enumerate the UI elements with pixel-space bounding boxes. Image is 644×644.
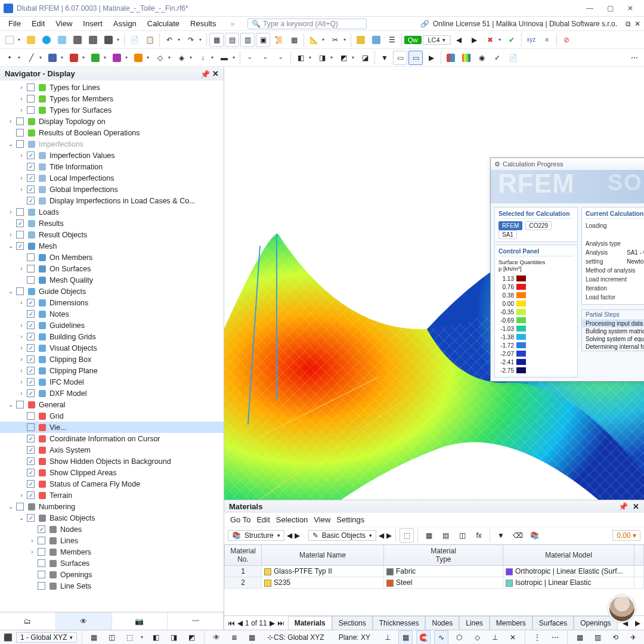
close-button[interactable]: ✕ bbox=[620, 0, 640, 17]
saveas-button[interactable] bbox=[86, 33, 100, 47]
loadcase-combo[interactable]: LC4 ▾ bbox=[423, 35, 451, 45]
chip-sa1[interactable]: SA1 bbox=[499, 230, 517, 239]
cube4-button[interactable]: ◪ bbox=[358, 51, 372, 65]
checkbox[interactable]: ✓ bbox=[27, 197, 35, 205]
cube2-button[interactable]: ◨ bbox=[315, 51, 329, 65]
filter-button[interactable]: ▼ bbox=[377, 51, 392, 65]
expand-icon[interactable]: ⌄ bbox=[7, 503, 14, 510]
expand-icon[interactable]: › bbox=[29, 549, 36, 555]
checkbox[interactable]: ✓ bbox=[27, 469, 35, 476]
sb-grid[interactable]: ▦ bbox=[245, 630, 259, 645]
sb-ortho[interactable]: ⊥ bbox=[380, 630, 395, 645]
minimize-button[interactable]: — bbox=[580, 0, 600, 17]
sb-int[interactable]: ✕ bbox=[506, 630, 520, 645]
checkbox[interactable] bbox=[38, 582, 45, 590]
tree-item[interactable]: ›✓Global Imperfections bbox=[0, 184, 224, 195]
checkbox[interactable] bbox=[16, 117, 24, 125]
tree-item[interactable]: ✓Axis System bbox=[0, 444, 224, 456]
avatar[interactable] bbox=[608, 595, 636, 623]
materials-tab[interactable]: Sections bbox=[332, 616, 373, 630]
mat-value-field[interactable]: 0,00 ▾ bbox=[612, 530, 640, 541]
sb-b[interactable]: ◫ bbox=[105, 630, 119, 645]
tree-item[interactable]: ⌄✓Mesh bbox=[0, 240, 224, 252]
tree-item[interactable]: ›Display Topology on bbox=[0, 116, 224, 127]
materials-tab[interactable]: Nodes bbox=[425, 616, 459, 630]
materials-tab[interactable]: Thicknesses bbox=[373, 616, 426, 630]
misc-a-button[interactable] bbox=[354, 33, 368, 47]
materials-pin-icon[interactable]: 📌 bbox=[618, 502, 628, 511]
materials-type-combo[interactable]: ✎ Basic Objects ▾ bbox=[308, 530, 376, 541]
mat-prev-button[interactable]: ◀ bbox=[287, 531, 292, 540]
tree-item[interactable]: ›✓Imperfection Values bbox=[0, 150, 224, 161]
spectrum-button[interactable] bbox=[444, 51, 458, 65]
nav-tab-results-icon[interactable]: 〰 bbox=[168, 612, 224, 630]
checkbox[interactable] bbox=[38, 559, 45, 567]
menu-results[interactable]: Results bbox=[185, 18, 221, 29]
expand-icon[interactable]: › bbox=[18, 333, 25, 340]
anim-button[interactable]: ▶ bbox=[424, 51, 438, 65]
tree-item[interactable]: ⌄Guide Objects bbox=[0, 286, 224, 297]
tree-item[interactable]: ✓Title Information bbox=[0, 161, 224, 172]
tree-item[interactable]: ›Types for Members bbox=[0, 93, 224, 104]
tree-item[interactable]: ›Types for Lines bbox=[0, 82, 224, 93]
doc-button[interactable]: 📄 bbox=[506, 51, 520, 65]
expand-icon[interactable]: › bbox=[18, 265, 25, 272]
tree-item[interactable]: ›✓DXF Model bbox=[0, 388, 224, 399]
checkbox[interactable]: ✓ bbox=[27, 514, 35, 522]
opening-button[interactable] bbox=[88, 51, 103, 65]
license-link-icon[interactable]: 🔗 bbox=[420, 20, 429, 28]
tree-item[interactable]: ›✓Building Grids bbox=[0, 331, 224, 342]
support-button[interactable] bbox=[131, 51, 145, 65]
checkbox[interactable] bbox=[27, 95, 35, 103]
sb-perp[interactable]: ⊥ bbox=[488, 630, 502, 645]
mat-tool-filter[interactable]: ▼ bbox=[494, 528, 508, 543]
sb-eye[interactable]: 👁 bbox=[209, 630, 224, 645]
tree-item[interactable]: ›✓Guidelines bbox=[0, 320, 224, 331]
checkbox[interactable] bbox=[27, 423, 35, 431]
print-button[interactable] bbox=[101, 33, 116, 47]
tree-item[interactable]: On Members bbox=[0, 252, 224, 263]
tree-item[interactable]: Openings bbox=[0, 569, 224, 580]
materials-table[interactable]: Material No. Material Name Material Type… bbox=[224, 544, 644, 589]
mdi-restore-button[interactable]: ⧉ bbox=[626, 20, 631, 28]
checkbox[interactable]: ✓ bbox=[27, 344, 35, 352]
materials-tab[interactable]: Openings bbox=[574, 616, 617, 630]
redo-button[interactable]: ↷ bbox=[184, 33, 198, 47]
dimension-button[interactable]: 📐 bbox=[306, 33, 321, 47]
menu-view[interactable]: View bbox=[51, 18, 77, 29]
expand-icon[interactable]: › bbox=[7, 118, 14, 125]
save-button[interactable] bbox=[70, 33, 85, 47]
tree-item[interactable]: Grid bbox=[0, 410, 224, 422]
tree-item[interactable]: ⌄✓Basic Objects bbox=[0, 512, 224, 524]
materials-nav-combo[interactable]: 📚 Structure ▾ bbox=[228, 530, 284, 541]
search-input[interactable]: 🔍 Type a keyword (Alt+Q) bbox=[247, 18, 367, 29]
checkbox[interactable] bbox=[38, 548, 45, 556]
nav-tab-display-icon[interactable]: 👁 bbox=[56, 612, 112, 630]
nav-tab-data-icon[interactable]: 🗂 bbox=[0, 612, 56, 630]
tree-item[interactable]: ›✓IFC Model bbox=[0, 376, 224, 388]
checkbox[interactable] bbox=[27, 276, 35, 284]
tree-item[interactable]: ›Types for Surfaces bbox=[0, 104, 224, 116]
mat-tool-clear[interactable]: ⌫ bbox=[510, 528, 525, 543]
tree-item[interactable]: ⌄Numbering bbox=[0, 501, 224, 512]
expand-icon[interactable]: › bbox=[18, 299, 25, 306]
load-button[interactable]: ↓ bbox=[196, 51, 210, 65]
cube1-button[interactable]: ◧ bbox=[293, 51, 308, 65]
menu-edit[interactable]: Edit bbox=[27, 18, 49, 29]
checkbox[interactable]: ✓ bbox=[27, 310, 35, 318]
grp-c-button[interactable]: ▫ bbox=[274, 51, 288, 65]
sb-mid[interactable]: ◇ bbox=[470, 630, 484, 645]
tree-item[interactable]: ›✓Terrain bbox=[0, 490, 224, 501]
tree-item[interactable]: ›✓Clipping Plane bbox=[0, 365, 224, 376]
sb-h4[interactable]: ✈ bbox=[626, 630, 640, 645]
sb-snap-obj[interactable]: 🧲 bbox=[416, 630, 431, 645]
paste-button[interactable]: 📋 bbox=[143, 33, 157, 47]
expand-icon[interactable]: › bbox=[7, 231, 14, 238]
checkbox[interactable] bbox=[27, 253, 35, 261]
materials-menu-view[interactable]: View bbox=[314, 515, 330, 524]
tree-item[interactable]: Results of Boolean Operations bbox=[0, 127, 224, 138]
expand-icon[interactable]: › bbox=[29, 537, 36, 544]
tree-item[interactable]: ✓Show Clipped Areas bbox=[0, 467, 224, 478]
lc-apply-button[interactable]: ✔ bbox=[504, 33, 519, 47]
checkbox[interactable]: ✓ bbox=[16, 242, 24, 250]
